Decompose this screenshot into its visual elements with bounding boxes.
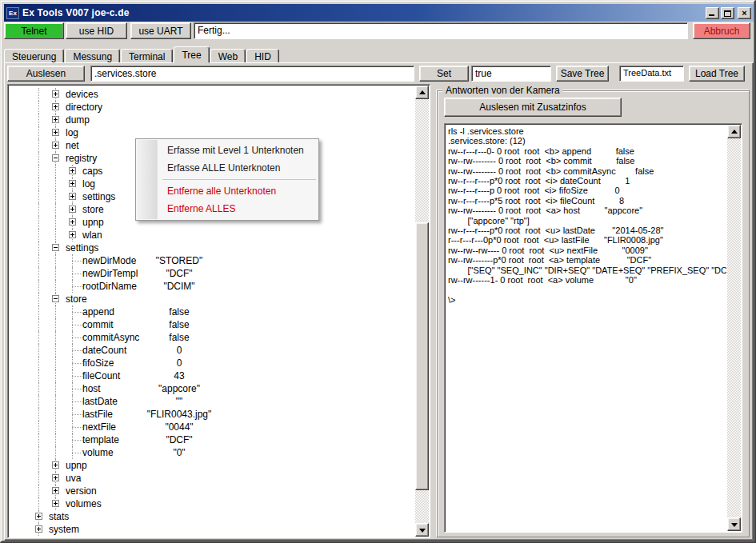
tree-node[interactable]: nextFile"0044" [9,421,415,433]
expand-icon[interactable] [69,206,76,213]
tree-node[interactable]: newDirMode"STORED" [9,254,415,267]
abbruch-button[interactable]: Abbruch [693,22,750,39]
tab-terminal[interactable]: Terminal [121,49,173,63]
expand-icon[interactable] [69,218,76,226]
expand-icon[interactable] [35,525,42,533]
menu-item[interactable]: Erfasse ALLE Unterknoten [137,159,318,177]
tree-guide-line [38,101,39,114]
auslesen-zusatzinfos-button[interactable]: Auslesen mit Zusatzinfos [444,98,622,117]
tree-node[interactable]: lastFile"FLIR0043.jpg" [9,408,415,421]
expand-icon[interactable] [35,513,42,520]
output-line: rw--rw------1- 0 root root <a> volume "0… [448,275,726,285]
set-button[interactable]: Set [419,66,469,82]
tree-node[interactable]: dump [9,114,415,126]
load-tree-button[interactable]: Load Tree [689,66,745,82]
filename-input[interactable]: TreeData.txt [619,66,684,82]
app-window: Ex Ex Tools V007 joe-c.de × Telnet use H… [0,0,756,543]
expand-icon[interactable] [69,193,76,200]
collapse-icon[interactable] [52,244,59,251]
expand-icon[interactable] [69,231,76,238]
set-value-input[interactable]: true [471,66,551,82]
tree-node[interactable]: uva [9,472,415,485]
tree-guide-line [72,337,82,338]
tree-scrollbar-thumb[interactable] [415,222,429,490]
tree-node[interactable]: version [9,485,415,497]
collapse-icon[interactable] [52,295,59,302]
output-scrollbar-track[interactable] [727,138,741,517]
tree-guide-line [72,414,82,415]
use-hid-button[interactable]: use HID [66,22,127,39]
minimize-button[interactable] [706,7,719,19]
expand-icon[interactable] [52,142,59,149]
tree-node[interactable]: settings [9,242,415,254]
scroll-down-icon[interactable] [415,523,429,537]
tree-node[interactable]: system [9,523,415,536]
expand-icon[interactable] [52,487,59,494]
menu-item[interactable]: Erfasse mit Level 1 Unterknoten [137,142,318,159]
output-scrollbar[interactable] [727,125,741,531]
tree-node[interactable]: stats [9,510,415,523]
use-uart-button[interactable]: use UART [130,22,191,39]
save-tree-button[interactable]: Save Tree [556,66,609,82]
expand-icon[interactable] [52,500,59,507]
menu-item[interactable]: Entferne ALLES [137,200,318,218]
tree-guide-line [38,229,39,242]
expand-icon[interactable] [52,90,59,98]
telnet-button[interactable]: Telnet [4,22,64,39]
tree-node[interactable]: volumes [9,497,415,510]
tree-node[interactable]: directory [9,101,415,114]
tab-hid[interactable]: HID [246,49,279,63]
expand-icon[interactable] [52,116,59,123]
tree-node[interactable]: store [9,293,415,305]
tree-node[interactable]: fileCount43 [9,369,415,382]
collapse-icon[interactable] [52,154,59,162]
tree-node[interactable]: commitAsyncfalse [9,331,415,344]
scroll-up-icon[interactable] [727,125,741,138]
scroll-up-icon[interactable] [415,86,429,99]
tab-messung[interactable]: Messung [65,49,120,63]
maximize-button[interactable] [721,7,734,19]
tree-node[interactable]: template"DCF" [9,433,415,446]
tab-tree[interactable]: Tree [174,46,209,63]
tree-node[interactable]: lastDate"" [9,395,415,408]
title-bar[interactable]: Ex Ex Tools V007 joe-c.de × [4,4,754,22]
tree-node[interactable]: devices [9,88,415,101]
tree-node-label: lastDate [82,396,118,407]
tree-node[interactable]: commitfalse [9,318,415,331]
tab-web[interactable]: Web [210,49,246,63]
expand-icon[interactable] [69,167,76,174]
tree-node-label: fileCount [82,370,120,381]
tree-guide-line [55,305,56,318]
tree-node-label: store [66,293,87,305]
tree-node[interactable]: rootDirName"DCIM" [9,280,415,293]
expand-icon[interactable] [52,474,59,481]
tree-node[interactable]: upnp [9,459,415,472]
tab-steuerung[interactable]: Steuerung [4,49,64,63]
tree-node[interactable]: log [9,126,415,139]
tree-node[interactable]: wlan [9,229,415,242]
path-input[interactable]: .services.store [90,66,414,82]
tree-node[interactable]: dateCount0 [9,344,415,357]
close-button[interactable]: × [738,7,751,19]
expand-icon[interactable] [52,461,59,469]
camera-output[interactable]: rls -l .services.store.services.store: (… [444,123,742,533]
status-field[interactable]: Fertig... [194,22,688,39]
tree-guide-line [55,446,56,459]
tree-node[interactable]: fifoSize0 [9,357,415,369]
tree-guide-line [38,369,39,382]
expand-icon[interactable] [52,103,59,110]
menu-separator [162,179,316,180]
tree-node[interactable]: appendfalse [9,305,415,318]
window-title: Ex Tools V007 joe-c.de [22,7,704,18]
tree-guide-line [72,350,82,351]
expand-icon[interactable] [69,180,76,187]
tree-node[interactable]: volume"0" [9,446,415,459]
scroll-down-icon[interactable] [727,517,741,531]
tree-scrollbar[interactable] [415,86,429,537]
menu-item[interactable]: Entferne alle Unterknoten [137,182,318,200]
auslesen-button[interactable]: Auslesen [7,66,85,82]
tree-node-value: "DCF" [143,434,215,445]
tree-node[interactable]: newDirTempl"DCF" [9,267,415,280]
expand-icon[interactable] [52,129,59,136]
tree-node[interactable]: host"appcore" [9,382,415,395]
